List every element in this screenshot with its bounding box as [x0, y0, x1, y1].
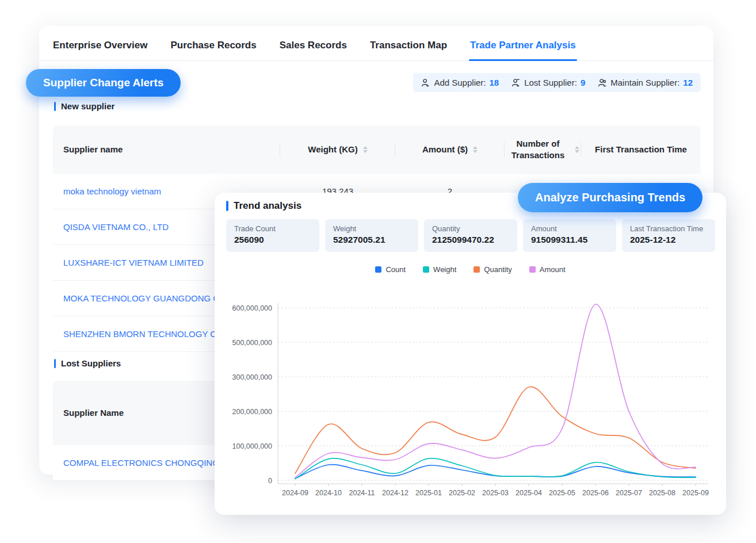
- tab-bar: Enterprise OverviewPurchase RecordsSales…: [39, 26, 713, 61]
- trend-stat-value: 2125099470.22: [432, 235, 509, 245]
- trend-analysis-card: Trend analysis Trade Count256090Weight52…: [215, 193, 726, 515]
- x-axis-tick-label: 2024-09: [282, 489, 308, 497]
- sort-icon[interactable]: [363, 146, 368, 153]
- supplier-name-link[interactable]: QISDA VIETNAM CO., LTD: [63, 222, 169, 232]
- tab-trade-partner-analysis[interactable]: Trade Partner Analysis: [469, 39, 577, 60]
- people-icon: [598, 78, 607, 87]
- trend-stat-value: 52927005.21: [333, 235, 410, 245]
- lost-supplier-section-title: Lost Suppliers: [54, 358, 121, 368]
- x-axis-tick-label: 2025-05: [549, 489, 575, 497]
- column-header-number-of-transactions: Number of Transactions: [505, 138, 581, 162]
- section-title-text: New supplier: [61, 101, 114, 111]
- trend-stat-value: 915099311.45: [531, 235, 608, 245]
- badge-label: Supplier Change Alerts: [43, 77, 163, 89]
- x-axis-tick-label: 2024-12: [382, 489, 408, 497]
- legend-label: Weight: [433, 265, 456, 274]
- stat-label: Lost Supplier:: [524, 78, 577, 87]
- section-title-text: Lost Suppliers: [61, 358, 121, 368]
- series-line-quantity: [295, 387, 696, 473]
- supplier-stats-bar: Add Supplier:18Lost Supplier:9Maintain S…: [413, 73, 701, 92]
- column-header-label: Supplier Name: [63, 407, 124, 419]
- legend-swatch: [375, 266, 381, 273]
- supplier-name-link[interactable]: MOKA TECHNOLOGY GUANGDONG CO: [63, 293, 226, 303]
- tab-enterprise-overview[interactable]: Enterprise Overview: [52, 39, 148, 60]
- x-axis-tick-label: 2025-02: [449, 489, 475, 497]
- trend-stat-weight: Weight52927005.21: [325, 219, 418, 252]
- trend-stat-value: 256090: [234, 235, 311, 245]
- trend-title-text: Trend analysis: [234, 200, 301, 212]
- legend-swatch: [474, 266, 480, 273]
- stat-value: 18: [489, 78, 499, 87]
- legend-label: Amount: [540, 265, 566, 274]
- x-axis-tick-label: 2024-10: [315, 489, 342, 497]
- supplier-name-link[interactable]: SHENZHEN BMORN TECHNOLOGY CO: [63, 329, 223, 339]
- trend-stat-amount: Amount915099311.45: [523, 219, 616, 252]
- tab-sales-records[interactable]: Sales Records: [278, 39, 348, 60]
- legend-item-count[interactable]: Count: [375, 265, 406, 274]
- trend-stat-label: Quantity: [432, 224, 509, 233]
- legend-label: Quantity: [484, 265, 511, 274]
- person-add-icon: [421, 78, 430, 87]
- stat-value: 12: [683, 78, 693, 87]
- x-axis-tick-label: 2025-07: [616, 489, 642, 497]
- section-accent-bar: [54, 359, 56, 368]
- supplier-stat-maintain-supplier: Maintain Supplier:12: [598, 78, 693, 87]
- trend-stat-label: Last Transaction Time: [630, 224, 707, 233]
- trend-title: Trend analysis: [226, 200, 301, 212]
- series-line-weight: [295, 458, 696, 479]
- supplier-name-link[interactable]: moka technology vietnam: [63, 186, 161, 196]
- x-axis-tick-label: 2025-01: [415, 489, 442, 497]
- legend-swatch: [529, 266, 536, 273]
- trend-stat-boxes: Trade Count256090Weight52927005.21Quanti…: [226, 219, 715, 252]
- legend-label: Count: [385, 265, 406, 274]
- y-axis-tick-label: 100,000,000: [232, 442, 272, 450]
- supplier-change-alerts-badge: Supplier Change Alerts: [26, 69, 181, 97]
- x-axis-tick-label: 2025-04: [516, 489, 542, 497]
- stat-label: Maintain Supplier:: [610, 78, 679, 87]
- new-supplier-table-header: Supplier nameWeight (KG)Amount ($)Number…: [53, 125, 701, 174]
- trend-stat-label: Weight: [333, 224, 410, 233]
- trend-stat-label: Trade Count: [234, 224, 311, 233]
- trend-line-chart: 0100,000,000200,000,000300,000,000500,00…: [215, 279, 726, 509]
- x-axis-tick-label: 2025-09: [682, 489, 709, 497]
- y-axis-tick-label: 300,000,000: [232, 373, 272, 381]
- new-supplier-section-title: New supplier: [54, 101, 114, 111]
- supplier-name-link[interactable]: LUXSHARE-ICT VIETNAM LIMITED: [63, 258, 204, 267]
- column-header-label: Amount ($): [422, 144, 468, 155]
- y-axis-tick-label: 0: [268, 477, 272, 485]
- supplier-name-link[interactable]: COMPAL ELECTRONICS CHONGQING CO: [63, 458, 235, 468]
- y-axis-tick-label: 600,000,000: [232, 304, 272, 312]
- sort-icon[interactable]: [575, 146, 579, 153]
- sort-icon[interactable]: [473, 146, 478, 153]
- legend-swatch: [423, 266, 429, 273]
- section-accent-bar: [54, 102, 56, 111]
- badge-label: Analyze Purchasing Trends: [535, 191, 685, 204]
- person-minus-icon: [511, 78, 521, 87]
- x-axis-tick-label: 2025-06: [582, 489, 609, 497]
- trend-stat-value: 2025-12-12: [630, 235, 707, 245]
- legend-item-weight[interactable]: Weight: [423, 265, 456, 274]
- series-line-amount: [295, 304, 696, 477]
- stat-value: 9: [581, 78, 585, 87]
- legend-item-amount[interactable]: Amount: [529, 265, 566, 274]
- column-header-label: Number of Transactions: [506, 138, 570, 162]
- section-accent-bar: [226, 201, 228, 211]
- y-axis-tick-label: 500,000,000: [232, 339, 272, 347]
- column-header-amount: Amount ($): [395, 144, 505, 155]
- supplier-stat-lost-supplier: Lost Supplier:9: [511, 78, 585, 87]
- chart-legend: CountWeightQuantityAmount: [215, 265, 726, 274]
- y-axis-tick-label: 200,000,000: [232, 408, 272, 416]
- stat-label: Add Supplier:: [434, 78, 486, 87]
- x-axis-tick-label: 2024-11: [349, 489, 375, 497]
- trend-stat-quantity: Quantity2125099470.22: [424, 219, 517, 252]
- column-header-label: First Transaction Time: [595, 144, 687, 155]
- legend-item-quantity[interactable]: Quantity: [474, 265, 511, 274]
- column-header-weight-kg: Weight (KG): [280, 144, 395, 155]
- column-header-first-transaction-time: First Transaction Time: [581, 144, 701, 155]
- tab-transaction-map[interactable]: Transaction Map: [369, 39, 448, 60]
- trend-stat-label: Amount: [531, 224, 608, 233]
- tab-purchase-records[interactable]: Purchase Records: [169, 39, 257, 60]
- column-header-supplier-name: Supplier name: [53, 144, 280, 155]
- analyze-purchasing-trends-badge: Analyze Purchasing Trends: [518, 183, 702, 212]
- x-axis-tick-label: 2025-03: [482, 489, 509, 497]
